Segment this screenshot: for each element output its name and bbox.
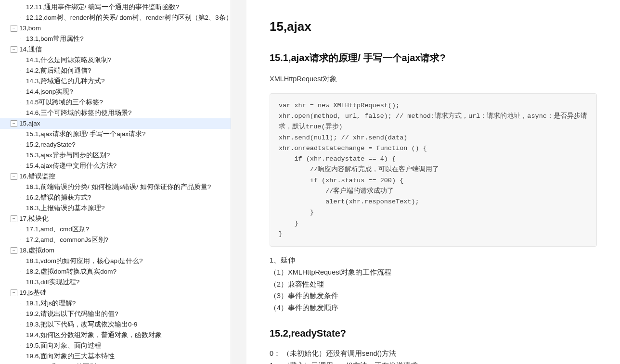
outline-item-label: 14.4,jsonp实现? bbox=[26, 87, 73, 97]
divider-gap bbox=[231, 0, 246, 364]
outline-item[interactable]: ·14.5可以跨域的三个标签? bbox=[0, 97, 231, 108]
outline-item-label: 13,bom bbox=[19, 24, 41, 33]
tree-leaf-bullet: · bbox=[20, 267, 25, 276]
outline-item-label: 12.11,通用事件绑定/ 编写一个通用的事件监听函数? bbox=[26, 2, 180, 12]
outline-sidebar[interactable]: ·12.11,通用事件绑定/ 编写一个通用的事件监听函数?·12.12,dom树… bbox=[0, 0, 231, 364]
tree-leaf-bullet: · bbox=[20, 341, 25, 351]
outline-item-label: 19.6,面向对象的三大基本特性 bbox=[26, 351, 115, 361]
collapse-icon[interactable]: − bbox=[11, 173, 17, 180]
outline-item[interactable]: ·15.3,ajax异步与同步的区别? bbox=[0, 150, 231, 161]
outline-item-label: 14.2,前后端如何通信? bbox=[26, 66, 91, 75]
outline-item-label: 17.2,amd、commonJs区别? bbox=[26, 235, 108, 245]
outline-item[interactable]: −13,bom bbox=[0, 23, 231, 34]
tree-leaf-bullet: · bbox=[20, 151, 25, 160]
extend-item: （1）XMLHttpRequest对象的工作流程 bbox=[270, 267, 597, 278]
outline-item[interactable]: ·19.1,对js的理解? bbox=[0, 298, 231, 309]
outline-item-label: 13.1,bom常用属性? bbox=[26, 34, 84, 44]
outline-item-label: 19.7XML和JSON的区别? bbox=[26, 362, 100, 364]
tree-leaf-bullet: · bbox=[20, 2, 25, 12]
section-heading-15-1: 15.1,ajax请求的原理/ 手写一个ajax请求? bbox=[270, 51, 597, 64]
outline-item[interactable]: ·15.4,ajax传递中文用什么方法? bbox=[0, 161, 231, 171]
tree-leaf-bullet: · bbox=[20, 87, 25, 97]
outline-item-label: 16,错误监控 bbox=[19, 172, 55, 181]
document-content[interactable]: 15,ajax 15.1,ajax请求的原理/ 手写一个ajax请求? XMLH… bbox=[246, 0, 620, 364]
outline-item[interactable]: ·19.5,面向对象、面向过程 bbox=[0, 340, 231, 351]
tree-leaf-bullet: · bbox=[20, 351, 25, 361]
outline-item[interactable]: ·18.3,diff实现过程? bbox=[0, 277, 231, 288]
tree-leaf-bullet: · bbox=[20, 203, 25, 213]
outline-item-label: 14.3,跨域通信的几种方式? bbox=[26, 76, 105, 86]
outline-item[interactable]: −15,ajax bbox=[0, 118, 231, 129]
collapse-icon[interactable]: − bbox=[11, 46, 17, 53]
collapse-icon[interactable]: − bbox=[11, 215, 17, 222]
outline-item[interactable]: ·12.11,通用事件绑定/ 编写一个通用的事件监听函数? bbox=[0, 2, 231, 13]
outline-item[interactable]: ·14.4,jsonp实现? bbox=[0, 87, 231, 97]
outline-item[interactable]: ·19.2,请说出以下代码输出的值? bbox=[0, 309, 231, 319]
tree-leaf-bullet: · bbox=[20, 182, 25, 192]
outline-item[interactable]: ·18.2,虚拟dom转换成真实dom? bbox=[0, 266, 231, 277]
tree-leaf-bullet: · bbox=[20, 129, 25, 139]
outline-item-label: 15.4,ajax传递中文用什么方法? bbox=[26, 161, 116, 171]
outline-item[interactable]: ·19.4,如何区分数组对象，普通对象，函数对象 bbox=[0, 330, 231, 340]
tree-leaf-bullet: · bbox=[20, 193, 25, 202]
outline-item[interactable]: ·14.3,跨域通信的几种方式? bbox=[0, 76, 231, 87]
tree-leaf-bullet: · bbox=[20, 299, 25, 308]
outline-item[interactable]: ·16.2,错误的捕获方式? bbox=[0, 192, 231, 203]
tree-leaf-bullet: · bbox=[20, 256, 25, 266]
readystate-list: 0： （未初始化）还没有调用send()方法1： （载入）已调用send()方法… bbox=[270, 349, 597, 364]
tree-leaf-bullet: · bbox=[20, 161, 25, 171]
outline-item-label: 19.5,面向对象、面向过程 bbox=[26, 341, 101, 351]
outline-item[interactable]: ·15.2,readyState? bbox=[0, 139, 231, 150]
outline-item[interactable]: −14,通信 bbox=[0, 44, 231, 55]
outline-item[interactable]: ·19.7XML和JSON的区别? bbox=[0, 362, 231, 364]
outline-item[interactable]: ·13.1,bom常用属性? bbox=[0, 34, 231, 44]
outline-item-label: 19.4,如何区分数组对象，普通对象，函数对象 bbox=[26, 330, 162, 340]
tree-leaf-bullet: · bbox=[20, 225, 25, 234]
tree-leaf-bullet: · bbox=[20, 108, 25, 118]
outline-item[interactable]: −17,模块化 bbox=[0, 213, 231, 224]
outline-item[interactable]: ·15.1,ajax请求的原理/ 手写一个ajax请求? bbox=[0, 129, 231, 139]
outline-item-label: 15.1,ajax请求的原理/ 手写一个ajax请求? bbox=[26, 129, 146, 139]
outline-item[interactable]: ·14.2,前后端如何通信? bbox=[0, 65, 231, 76]
outline-item[interactable]: ·17.2,amd、commonJs区别? bbox=[0, 235, 231, 245]
outline-item[interactable]: ·19.3,把以下代码，改写成依次输出0-9 bbox=[0, 319, 231, 330]
tree-leaf-bullet: · bbox=[20, 330, 25, 340]
outline-item-label: 15,ajax bbox=[19, 119, 40, 128]
tree-leaf-bullet: · bbox=[20, 140, 25, 150]
readystate-item: 1： （载入）已调用send()方法，正在发送请求 bbox=[270, 361, 597, 364]
collapse-icon[interactable]: − bbox=[11, 247, 17, 254]
outline-item-label: 14.5可以跨域的三个标签? bbox=[26, 98, 103, 107]
collapse-icon[interactable]: − bbox=[11, 120, 17, 127]
readystate-item: 0： （未初始化）还没有调用send()方法 bbox=[270, 349, 597, 359]
outline-item[interactable]: −18,虚拟dom bbox=[0, 245, 231, 256]
outline-item-label: 16.1,前端错误的分类/ 如何检测js错误/ 如何保证你的产品质量? bbox=[26, 182, 211, 192]
outline-item-label: 19.2,请说出以下代码输出的值? bbox=[26, 309, 118, 319]
outline-item[interactable]: ·19.6,面向对象的三大基本特性 bbox=[0, 351, 231, 362]
outline-item[interactable]: ·16.1,前端错误的分类/ 如何检测js错误/ 如何保证你的产品质量? bbox=[0, 182, 231, 192]
extend-item: （3）事件的触发条件 bbox=[270, 291, 597, 301]
outline-item-label: 18,虚拟dom bbox=[19, 246, 54, 255]
outline-item[interactable]: ·12.12,dom树、render树的关系/ dom树、render树的区别（… bbox=[0, 13, 231, 23]
extend-item: （4）事件的触发顺序 bbox=[270, 303, 597, 314]
outline-item[interactable]: ·16.3,上报错误的基本原理? bbox=[0, 203, 231, 213]
outline-item-label: 19.1,对js的理解? bbox=[26, 299, 76, 308]
code-block-ajax: var xhr = new XMLHttpRequest(); xhr.open… bbox=[270, 93, 597, 247]
tree-leaf-bullet: · bbox=[20, 98, 25, 107]
collapse-icon[interactable]: − bbox=[11, 289, 17, 296]
outline-item[interactable]: ·14.1,什么是同源策略及限制? bbox=[0, 55, 231, 65]
app-root: ·12.11,通用事件绑定/ 编写一个通用的事件监听函数?·12.12,dom树… bbox=[0, 0, 620, 364]
outline-item-label: 14,通信 bbox=[19, 45, 42, 54]
tree-leaf-bullet: · bbox=[20, 66, 25, 75]
outline-item-label: 19.3,把以下代码，改写成依次输出0-9 bbox=[26, 320, 138, 329]
extend-list: 1、延伸（1）XMLHttpRequest对象的工作流程（2）兼容性处理（3）事… bbox=[270, 255, 597, 314]
outline-item-label: 19,js基础 bbox=[19, 288, 47, 298]
outline-item-label: 18.1,vdom的如何应用，核心api是什么? bbox=[26, 256, 143, 266]
outline-item-label: 15.3,ajax异步与同步的区别? bbox=[26, 151, 110, 160]
outline-item[interactable]: −16,错误监控 bbox=[0, 171, 231, 182]
outline-item[interactable]: ·14.6,三个可跨域的标签的使用场景? bbox=[0, 108, 231, 118]
outline-item[interactable]: ·18.1,vdom的如何应用，核心api是什么? bbox=[0, 256, 231, 266]
tree-leaf-bullet: · bbox=[20, 34, 25, 44]
outline-item[interactable]: −19,js基础 bbox=[0, 288, 231, 298]
outline-item[interactable]: ·17.1,amd、cmd区别? bbox=[0, 224, 231, 235]
collapse-icon[interactable]: − bbox=[11, 25, 17, 32]
